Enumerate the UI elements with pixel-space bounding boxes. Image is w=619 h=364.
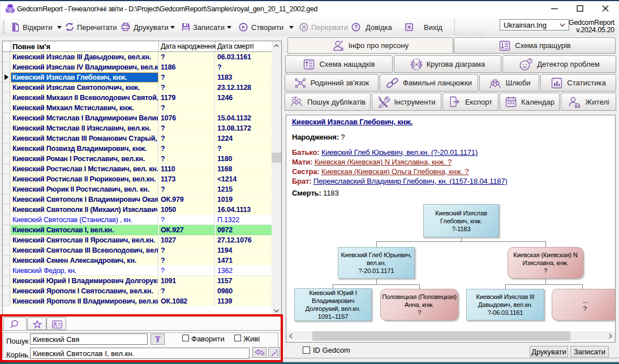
svg-text:?: ? [354,24,358,31]
svg-text:?: ? [528,58,531,63]
